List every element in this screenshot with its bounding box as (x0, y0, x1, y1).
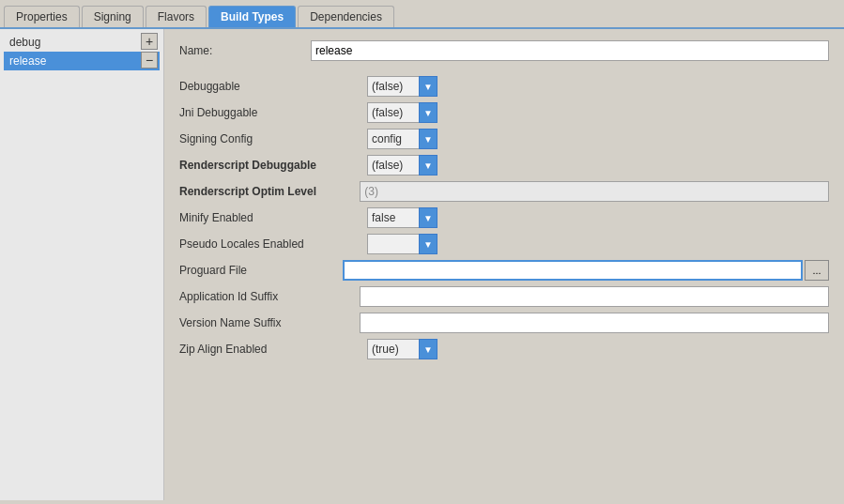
field-label-application-id-suffix: Application Id Suffix (179, 290, 360, 303)
field-label-renderscript-debuggable: Renderscript Debuggable (179, 159, 367, 172)
dropdown-renderscript-debuggable: (false)▼ (367, 155, 437, 176)
tab-bar: Properties Signing Flavors Build Types D… (0, 0, 844, 29)
tab-signing[interactable]: Signing (82, 6, 144, 27)
name-label: Name: (179, 44, 311, 57)
dropdown-value-debuggable: (false) (367, 76, 419, 97)
field-row-renderscript-debuggable: Renderscript Debuggable(false)▼ (179, 155, 829, 176)
browse-button[interactable]: ... (805, 260, 829, 281)
field-row-zip-align-enabled: Zip Align Enabled(true)▼ (179, 339, 829, 359)
text-input-version-name-suffix[interactable] (360, 313, 829, 333)
text-input-application-id-suffix[interactable] (360, 286, 829, 307)
dropdown-pseudo-locales-enabled: ▼ (367, 234, 437, 254)
remove-button[interactable]: − (141, 52, 158, 69)
dropdown-btn-signing-config[interactable]: ▼ (419, 129, 437, 149)
field-row-renderscript-optim-level: Renderscript Optim Level (179, 181, 829, 202)
left-panel: debug release + − (0, 29, 164, 500)
field-label-proguard-file: Proguard File (179, 264, 343, 277)
field-row-debuggable: Debuggable(false)▼ (179, 76, 829, 97)
proguard-combo: ... (343, 260, 829, 281)
dropdown-value-minify-enabled: false (367, 207, 419, 228)
field-label-renderscript-optim-level: Renderscript Optim Level (179, 185, 360, 198)
dropdown-btn-jni-debuggable[interactable]: ▼ (419, 102, 437, 123)
main-container: debug release + − Name: Debuggable(false… (0, 29, 844, 500)
field-label-zip-align-enabled: Zip Align Enabled (179, 343, 367, 356)
dropdown-value-zip-align-enabled: (true) (367, 339, 419, 359)
field-label-version-name-suffix: Version Name Suffix (179, 316, 360, 329)
dropdown-value-renderscript-debuggable: (false) (367, 155, 419, 176)
dropdown-btn-minify-enabled[interactable]: ▼ (419, 207, 437, 228)
field-row-minify-enabled: Minify Enabledfalse▼ (179, 207, 829, 228)
list-item-debug[interactable]: debug (4, 33, 160, 52)
list-item-release[interactable]: release (4, 52, 160, 70)
field-row-jni-debuggable: Jni Debuggable(false)▼ (179, 102, 829, 123)
add-button[interactable]: + (141, 33, 158, 50)
dropdown-debuggable: (false)▼ (367, 76, 437, 97)
field-label-minify-enabled: Minify Enabled (179, 211, 367, 224)
field-row-pseudo-locales-enabled: Pseudo Locales Enabled▼ (179, 234, 829, 254)
add-remove-buttons: + − (141, 33, 158, 69)
proguard-file-input[interactable] (343, 260, 803, 281)
field-label-pseudo-locales-enabled: Pseudo Locales Enabled (179, 237, 367, 251)
tab-dependencies[interactable]: Dependencies (298, 6, 394, 27)
right-panel: Name: Debuggable(false)▼Jni Debuggable(f… (164, 29, 844, 500)
tab-flavors[interactable]: Flavors (146, 6, 207, 27)
name-row: Name: (179, 40, 829, 61)
dropdown-btn-debuggable[interactable]: ▼ (419, 76, 437, 97)
name-input[interactable] (311, 40, 829, 61)
field-label-jni-debuggable: Jni Debuggable (179, 106, 367, 119)
dropdown-jni-debuggable: (false)▼ (367, 102, 437, 123)
dropdown-value-pseudo-locales-enabled (367, 234, 419, 254)
dropdown-signing-config: config▼ (367, 129, 437, 149)
dropdown-btn-renderscript-debuggable[interactable]: ▼ (419, 155, 437, 176)
tab-properties[interactable]: Properties (4, 6, 80, 27)
dropdown-btn-zip-align-enabled[interactable]: ▼ (419, 339, 437, 359)
dropdown-zip-align-enabled: (true)▼ (367, 339, 437, 359)
field-row-proguard-file: Proguard File... (179, 260, 829, 281)
field-row-application-id-suffix: Application Id Suffix (179, 286, 829, 307)
field-label-debuggable: Debuggable (179, 80, 367, 93)
field-label-signing-config: Signing Config (179, 132, 367, 145)
text-input-renderscript-optim-level[interactable] (360, 181, 829, 202)
dropdown-value-signing-config: config (367, 129, 419, 149)
tab-build-types[interactable]: Build Types (208, 6, 296, 27)
dropdown-minify-enabled: false▼ (367, 207, 437, 228)
field-row-signing-config: Signing Configconfig▼ (179, 129, 829, 149)
fields-container: Debuggable(false)▼Jni Debuggable(false)▼… (179, 76, 829, 359)
dropdown-btn-pseudo-locales-enabled[interactable]: ▼ (419, 234, 437, 254)
field-row-version-name-suffix: Version Name Suffix (179, 313, 829, 333)
dropdown-value-jni-debuggable: (false) (367, 102, 419, 123)
